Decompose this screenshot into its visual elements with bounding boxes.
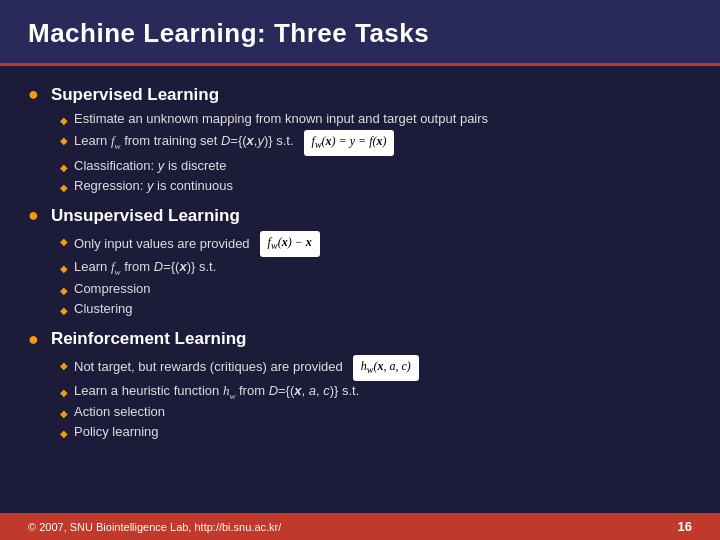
formula-unsupervised: fw(x) − x xyxy=(260,231,320,257)
diamond-icon: ◆ xyxy=(60,161,68,176)
list-item: ◆ Classification: y is discrete xyxy=(60,157,692,176)
section-title-unsupervised: Unsupervised Learning xyxy=(51,206,240,226)
item-text: Policy learning xyxy=(74,423,159,442)
diamond-icon: ◆ xyxy=(60,181,68,196)
formula-reinforcement: hw(x, a, c) xyxy=(353,355,419,381)
item-text: Learn a heuristic function hw from D={(x… xyxy=(74,382,359,403)
item-text: Clustering xyxy=(74,300,133,319)
item-text: Only input values are provided xyxy=(74,235,250,254)
footer-page: 16 xyxy=(678,519,692,534)
footer: © 2007, SNU Biointelligence Lab, http://… xyxy=(0,513,720,540)
item-text: Compression xyxy=(74,280,151,299)
bullet-l1-unsupervised: ● xyxy=(28,205,39,226)
diamond-icon: ◆ xyxy=(60,134,68,149)
footer-copyright: © 2007, SNU Biointelligence Lab, http://… xyxy=(28,521,281,533)
item-text: Regression: y is continuous xyxy=(74,177,233,196)
diamond-icon: ◆ xyxy=(60,359,68,374)
list-item: ◆ Learn fw from D={(x)} s.t. xyxy=(60,258,692,279)
list-item: ◆ Clustering xyxy=(60,300,692,319)
diamond-icon: ◆ xyxy=(60,427,68,442)
list-item: ◆ Estimate an unknown mapping from known… xyxy=(60,110,692,129)
slide-title: Machine Learning: Three Tasks xyxy=(28,18,692,49)
supervised-items: ◆ Estimate an unknown mapping from known… xyxy=(28,110,692,195)
section-supervised: ● Supervised Learning ◆ Estimate an unkn… xyxy=(28,84,692,195)
list-item: ◆ Learn a heuristic function hw from D={… xyxy=(60,382,692,403)
list-item: ◆ Action selection xyxy=(60,403,692,422)
section-title-supervised: Supervised Learning xyxy=(51,85,219,105)
diamond-icon: ◆ xyxy=(60,235,68,250)
item-text: Not target, but rewards (critiques) are … xyxy=(74,358,343,377)
section-reinforcement: ● Reinforcement Learning ◆ Not target, b… xyxy=(28,329,692,442)
diamond-icon: ◆ xyxy=(60,386,68,401)
list-item: ◆ Policy learning xyxy=(60,423,692,442)
item-text: Estimate an unknown mapping from known i… xyxy=(74,110,488,129)
diamond-icon: ◆ xyxy=(60,407,68,422)
diamond-icon: ◆ xyxy=(60,114,68,129)
bullet-l1-supervised: ● xyxy=(28,84,39,105)
list-item: ◆ Only input values are provided fw(x) −… xyxy=(60,231,692,257)
item-text: Classification: y is discrete xyxy=(74,157,226,176)
bullet-l1-reinforcement: ● xyxy=(28,329,39,350)
reinforcement-items: ◆ Not target, but rewards (critiques) ar… xyxy=(28,355,692,442)
unsupervised-items: ◆ Only input values are provided fw(x) −… xyxy=(28,231,692,318)
item-text: Action selection xyxy=(74,403,165,422)
diamond-icon: ◆ xyxy=(60,304,68,319)
item-text: Learn fw from training set D={(x,y)} s.t… xyxy=(74,132,294,153)
list-item: ◆ Not target, but rewards (critiques) ar… xyxy=(60,355,692,381)
list-item: ◆ Regression: y is continuous xyxy=(60,177,692,196)
list-item: ◆ Learn fw from training set D={(x,y)} s… xyxy=(60,130,692,156)
diamond-icon: ◆ xyxy=(60,262,68,277)
item-text: Learn fw from D={(x)} s.t. xyxy=(74,258,216,279)
section-unsupervised: ● Unsupervised Learning ◆ Only input val… xyxy=(28,205,692,318)
list-item: ◆ Compression xyxy=(60,280,692,299)
section-title-reinforcement: Reinforcement Learning xyxy=(51,329,247,349)
diamond-icon: ◆ xyxy=(60,284,68,299)
formula-supervised: fw(x) = y = f(x) xyxy=(304,130,395,156)
